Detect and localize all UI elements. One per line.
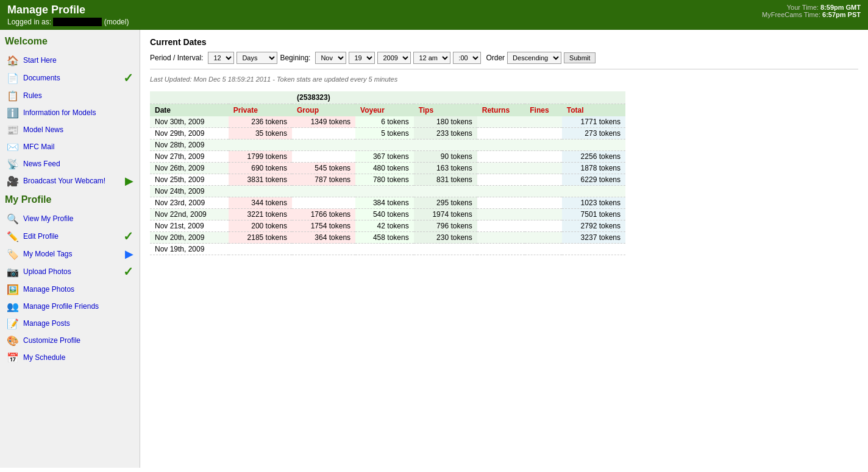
sidebar-item-manage-profile-friends[interactable]: 👥 Manage Profile Friends [5,298,135,315]
table-row: Nov 29th, 200935 tokens5 tokens233 token… [150,128,625,139]
table-cell: 1771 tokens [562,116,625,128]
documents-check-icon: ✓ [123,71,133,85]
model-news-link[interactable]: Model News [23,125,133,134]
manage-profile-friends-link[interactable]: Manage Profile Friends [23,302,133,311]
table-cell: Nov 28th, 2009 [150,139,229,151]
table-row: Nov 19th, 2009 [150,244,625,255]
table-row: Nov 22nd, 20093221 tokens1766 tokens540 … [150,209,625,220]
table-cell: Nov 25th, 2009 [150,174,229,186]
sidebar-item-info-models[interactable]: ℹ️ Information for Models [5,104,135,121]
time-info: Your Time: 8:59pm GMT MyFreeCams Time: 6… [762,4,861,18]
table-cell: 5 tokens [355,128,414,139]
table-cell: 831 tokens [414,174,477,186]
sidebar-item-rules[interactable]: 📋 Rules [5,87,135,104]
table-cell [292,139,355,151]
manage-posts-icon: 📝 [6,317,20,330]
user-id-cell [150,91,292,104]
table-cell: 1799 tokens [229,151,292,163]
view-profile-link[interactable]: View My Profile [23,214,133,223]
minute-select[interactable]: :00 [453,52,481,64]
order-select[interactable]: Descending Ascending [507,52,561,64]
rules-link[interactable]: Rules [23,91,133,100]
start-here-link[interactable]: Start Here [23,56,133,65]
manage-photos-link[interactable]: Manage Photos [23,285,133,294]
table-row: Nov 23rd, 2009344 tokens384 tokens295 to… [150,197,625,209]
table-cell: 690 tokens [229,163,292,174]
sidebar-item-edit-profile[interactable]: ✏️ Edit Profile ✓ [5,227,135,245]
month-select[interactable]: Nov JanFebMarAprMay JunJulAugSepOctDec [315,52,346,64]
model-tags-link[interactable]: My Model Tags [23,250,123,258]
documents-link[interactable]: Documents [23,74,121,82]
table-cell: Nov 29th, 2009 [150,128,229,139]
hour-select[interactable]: 12 am [413,52,450,64]
table-cell [477,139,525,151]
table-cell [525,139,562,151]
user-role: (model) [104,18,129,26]
table-cell [525,174,562,186]
sidebar-item-model-news[interactable]: 📰 Model News [5,121,135,138]
sidebar-item-customize-profile[interactable]: 🎨 Customize Profile [5,332,135,349]
table-cell [525,116,562,128]
table-cell [292,128,355,139]
period-select[interactable]: 12 12371430 [208,52,234,64]
manage-posts-link[interactable]: Manage Posts [23,319,133,328]
table-cell: 7501 tokens [562,209,625,220]
sidebar-item-view-profile[interactable]: 🔍 View My Profile [5,210,135,227]
my-schedule-link[interactable]: My Schedule [23,353,133,362]
col-voyeur: Voyeur [355,104,414,117]
table-cell [525,186,562,197]
table-cell: 1766 tokens [292,209,355,220]
table-cell [477,174,525,186]
table-cell [525,232,562,244]
table-cell [525,220,562,232]
model-tags-icon: 🏷️ [6,247,20,261]
customize-profile-link[interactable]: Customize Profile [23,336,133,345]
table-cell [477,151,525,163]
sidebar-item-mfc-mail[interactable]: ✉️ MFC Mail [5,138,135,155]
mfc-time-value: 6:57pm PST [822,11,861,18]
table-cell: Nov 19th, 2009 [150,244,229,255]
submit-button[interactable]: Submit [564,52,596,63]
table-row: Nov 28th, 2009 [150,139,625,151]
table-cell: 42 tokens [355,220,414,232]
table-cell [525,197,562,209]
table-cell [477,209,525,220]
table-cell: 236 tokens [229,116,292,128]
table-cell: 273 tokens [562,128,625,139]
sidebar-item-upload-photos[interactable]: 📷 Upload Photos ✓ [5,262,135,281]
start-here-icon: 🏠 [6,54,20,67]
sidebar-item-documents[interactable]: 📄 Documents ✓ [5,69,135,87]
col-returns: Returns [477,104,525,117]
table-cell: 787 tokens [292,174,355,186]
col-private: Private [229,104,292,117]
mfc-mail-link[interactable]: MFC Mail [23,143,133,151]
table-cell: 364 tokens [292,232,355,244]
sidebar-item-my-schedule[interactable]: 📅 My Schedule [5,349,135,366]
table-cell [229,139,292,151]
table-cell [292,197,355,209]
table-cell: 367 tokens [355,151,414,163]
interval-select[interactable]: Days HoursWeeksMonths [237,52,277,64]
table-cell [477,186,525,197]
day-select[interactable]: 19 [349,52,375,64]
table-cell: 2185 tokens [229,232,292,244]
sidebar-item-news-feed[interactable]: 📡 News Feed [5,155,135,172]
table-cell: Nov 20th, 2009 [150,232,229,244]
upload-photos-icon: 📷 [6,265,20,278]
table-cell [525,163,562,174]
edit-profile-link[interactable]: Edit Profile [23,232,121,241]
table-cell: 1878 tokens [562,163,625,174]
sidebar-item-model-tags[interactable]: 🏷️ My Model Tags ▶ [5,245,135,262]
info-models-link[interactable]: Information for Models [23,108,133,117]
table-cell [414,244,477,255]
news-feed-link[interactable]: News Feed [23,160,133,168]
table-cell: 6 tokens [355,116,414,128]
col-total: Total [562,104,625,117]
upload-photos-link[interactable]: Upload Photos [23,267,121,276]
sidebar-item-manage-photos[interactable]: 🖼️ Manage Photos [5,281,135,298]
sidebar-item-broadcast[interactable]: 🎥 Broadcast Your Webcam! ▶ [5,172,135,189]
year-select[interactable]: 200920102011 [377,52,411,64]
sidebar-item-manage-posts[interactable]: 📝 Manage Posts [5,315,135,332]
broadcast-link[interactable]: Broadcast Your Webcam! [23,177,123,185]
sidebar-item-start-here[interactable]: 🏠 Start Here [5,52,135,69]
